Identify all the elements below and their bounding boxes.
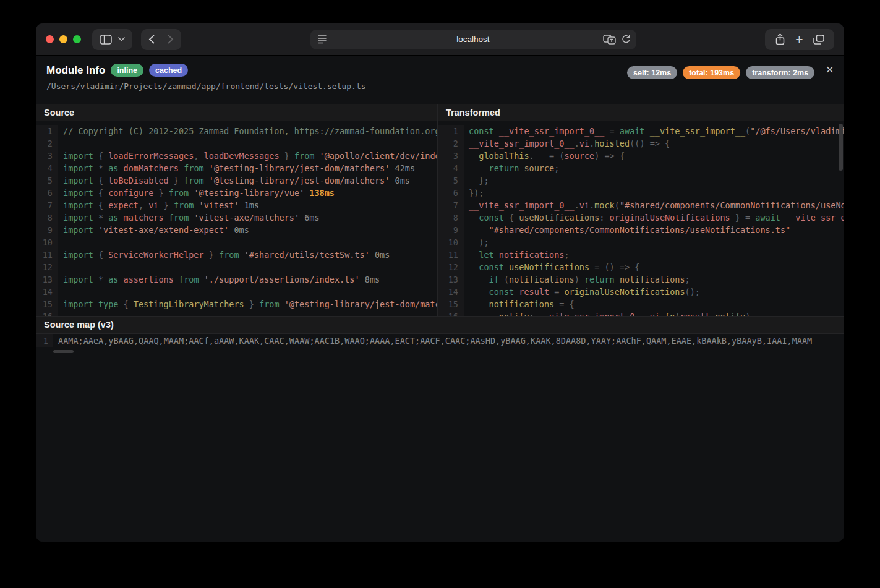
horizontal-scrollbar[interactable] <box>53 350 74 353</box>
code-line: 10 ); <box>438 236 844 249</box>
zoom-window-button[interactable] <box>73 35 81 43</box>
code-text: }; <box>464 174 844 187</box>
line-number: 15 <box>438 298 464 310</box>
close-icon[interactable]: × <box>826 64 834 76</box>
code-panels: 1// Copyright (C) 2012-2025 Zammad Found… <box>36 121 844 316</box>
reader-icon[interactable] <box>317 35 327 44</box>
code-text: if (notifications) return notifications; <box>464 273 844 286</box>
code-line: 1// Copyright (C) 2012-2025 Zammad Found… <box>36 125 437 137</box>
code-line: 2__vite_ssr_import_0__.vi.hoisted(() => … <box>438 137 844 150</box>
page-title: Module Info <box>46 64 105 77</box>
address-bar[interactable]: localhost <box>310 30 636 49</box>
minimize-window-button[interactable] <box>59 35 67 43</box>
code-text: import 'vitest-axe/extend-expect' 0ms <box>58 224 437 236</box>
chevron-down-icon <box>118 37 125 41</box>
line-number: 12 <box>438 261 464 273</box>
code-line: 9import 'vitest-axe/extend-expect' 0ms <box>36 224 437 236</box>
code-line: 16 <box>36 310 437 316</box>
code-text: globalThis.__ = (source) => { <box>464 150 844 162</box>
code-line: 7__vite_ssr_import_0__.vi.mock("#shared/… <box>438 199 844 211</box>
code-text <box>58 286 437 298</box>
code-text: import * as domMatchers from '@testing-l… <box>58 162 437 174</box>
back-button[interactable] <box>148 35 155 44</box>
sourcemap-line[interactable]: 1 AAMA;AAeA,yBAAG,QAAQ,MAAM;AACf,aAAW,KA… <box>36 334 844 347</box>
code-text <box>58 310 437 316</box>
code-text: return source; <box>464 162 844 174</box>
code-line: 4 return source; <box>438 162 844 174</box>
line-number: 8 <box>438 211 464 224</box>
line-number: 6 <box>36 187 58 199</box>
privacy-report-icon[interactable] <box>603 35 616 45</box>
code-text: // Copyright (C) 2012-2025 Zammad Founda… <box>58 125 437 137</box>
code-text: }); <box>464 187 844 199</box>
code-line: 1const __vite_ssr_import_0__ = await __v… <box>438 125 844 137</box>
sidebar-toggle-button[interactable] <box>92 29 132 50</box>
code-text: import * as assertions from './support/a… <box>58 273 437 286</box>
code-text: notify: __vite_ssr_import_0__.vi.fn(resu… <box>464 310 844 316</box>
forward-button[interactable] <box>168 35 174 44</box>
sourcemap-header: Source map (v3) <box>36 316 844 334</box>
module-path: /Users/vladimir/Projects/zammad/app/fron… <box>46 82 366 91</box>
code-text: const result = originalUseNotifications(… <box>464 286 844 298</box>
line-number: 2 <box>36 137 58 150</box>
code-line: 11import { ServiceWorkerHelper } from '#… <box>36 249 437 261</box>
code-text <box>58 137 437 150</box>
line-number: 4 <box>36 162 58 174</box>
code-text: __vite_ssr_import_0__.vi.mock("#shared/c… <box>464 199 844 211</box>
share-icon[interactable] <box>775 33 785 45</box>
module-badge: inline <box>111 64 143 77</box>
code-line: 14 <box>36 286 437 298</box>
sourcemap-scroll-area <box>36 347 844 542</box>
code-line: 5 }; <box>438 174 844 187</box>
code-text: import { expect, vi } from 'vitest' 1ms <box>58 199 437 211</box>
code-line: 6}); <box>438 187 844 199</box>
line-number: 11 <box>36 249 58 261</box>
code-line: 16 notify: __vite_ssr_import_0__.vi.fn(r… <box>438 310 844 316</box>
line-number: 14 <box>36 286 58 298</box>
code-text <box>58 261 437 273</box>
nav-buttons <box>141 29 181 50</box>
vertical-scrollbar[interactable] <box>839 124 843 171</box>
code-text: import * as matchers from 'vitest-axe/ma… <box>58 211 437 224</box>
code-line: 3import { loadErrorMessages, loadDevMess… <box>36 150 437 162</box>
code-line: 15import type { TestingLibraryMatchers }… <box>36 298 437 310</box>
code-line: 13 if (notifications) return notificatio… <box>438 273 844 286</box>
toolbar-right-buttons: + <box>765 29 834 50</box>
timing-badge: total: 193ms <box>683 66 740 79</box>
code-line: 2 <box>36 137 437 150</box>
source-code-panel[interactable]: 1// Copyright (C) 2012-2025 Zammad Found… <box>36 121 438 316</box>
code-text: __vite_ssr_import_0__.vi.hoisted(() => { <box>464 137 844 150</box>
code-line: 11 let notifications; <box>438 249 844 261</box>
sourcemap-title: Source map (v3) <box>44 320 114 330</box>
close-window-button[interactable] <box>46 35 54 43</box>
code-line: 8 const { useNotifications: originalUseN… <box>438 211 844 224</box>
timing-badge: self: 12ms <box>627 66 677 79</box>
timing-badges: self: 12mstotal: 193mstransform: 2ms <box>627 66 814 79</box>
line-number: 4 <box>438 162 464 174</box>
code-line: 8import * as matchers from 'vitest-axe/m… <box>36 211 437 224</box>
line-number: 9 <box>36 224 58 236</box>
sourcemap-line-number: 1 <box>36 334 53 347</box>
tab-overview-icon[interactable] <box>813 35 824 45</box>
line-number: 13 <box>36 273 58 286</box>
line-number: 16 <box>438 310 464 316</box>
code-line: 7import { expect, vi } from 'vitest' 1ms <box>36 199 437 211</box>
line-number: 6 <box>438 187 464 199</box>
code-line: 4import * as domMatchers from '@testing-… <box>36 162 437 174</box>
line-number: 13 <box>438 273 464 286</box>
new-tab-button[interactable]: + <box>795 33 803 46</box>
line-number: 1 <box>438 125 464 137</box>
code-line: 12 <box>36 261 437 273</box>
module-badge: cached <box>149 64 188 77</box>
line-number: 11 <box>438 249 464 261</box>
code-text: "#shared/components/CommonNotifications/… <box>464 224 844 236</box>
code-text: import { ServiceWorkerHelper } from '#sh… <box>58 249 437 261</box>
browser-toolbar: localhost <box>36 23 844 56</box>
code-text: const { useNotifications: originalUseNot… <box>464 211 844 224</box>
code-line: 3 globalThis.__ = (source) => { <box>438 150 844 162</box>
line-number: 9 <box>438 224 464 236</box>
transformed-code-panel[interactable]: 1const __vite_ssr_import_0__ = await __v… <box>438 121 844 316</box>
source-panel-title: Source <box>36 104 438 121</box>
line-number: 3 <box>36 150 58 162</box>
reload-icon[interactable] <box>622 35 631 44</box>
